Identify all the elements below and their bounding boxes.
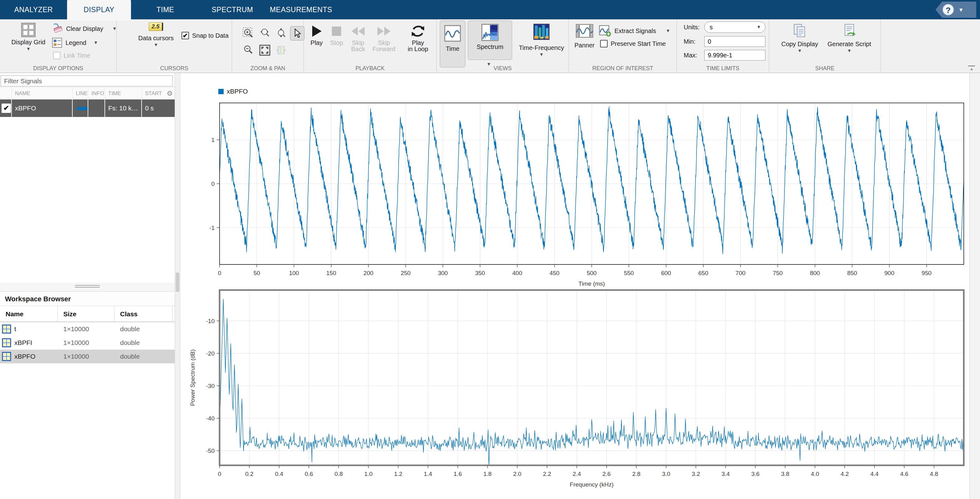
display-scrollbar[interactable]: [969, 73, 980, 499]
filter-signals-input[interactable]: [1, 75, 173, 86]
data-cursors-button[interactable]: 2.5 Data cursors ▾: [137, 22, 175, 47]
zoom-y-tool[interactable]: [274, 26, 288, 41]
section-label: VIEWS: [437, 65, 569, 72]
svg-text:-20: -20: [206, 350, 215, 357]
panner-button[interactable]: Panner: [573, 23, 597, 49]
section-label: ZOOM & PAN: [232, 65, 304, 72]
svg-text:-50: -50: [206, 448, 215, 454]
splitter-grip-icon: [75, 287, 100, 288]
legend-icon: [52, 37, 62, 48]
zoom-in-tool[interactable]: [242, 26, 256, 41]
scrollbar-thumb[interactable]: [176, 273, 179, 292]
svg-text:0: 0: [218, 470, 221, 477]
checkbox-icon: [600, 40, 608, 48]
display-grid-button[interactable]: Display Grid ▾: [9, 22, 48, 51]
zoom-x-tool[interactable]: [258, 26, 272, 41]
extract-signals-button[interactable]: Extract Signals ▾: [599, 25, 669, 37]
ws-var-class: double: [120, 350, 140, 363]
skip-forward-label: Skip: [378, 39, 390, 46]
time-plot[interactable]: 0501001502002503003504004505005506006507…: [181, 75, 970, 287]
skip-back-button[interactable]: Skip Back: [347, 24, 369, 51]
legend-button[interactable]: Legend ▾: [52, 37, 97, 48]
play-label: Play: [311, 39, 323, 46]
svg-text:2.6: 2.6: [603, 470, 611, 477]
svg-text:-1: -1: [209, 224, 215, 231]
skip-back-label: Skip: [352, 39, 364, 46]
skip-forward-button[interactable]: Skip Forward: [371, 24, 398, 51]
svg-text:700: 700: [735, 270, 745, 277]
checkbox-checked-icon: ✔: [181, 32, 189, 39]
signal-checkbox[interactable]: ✔: [2, 103, 11, 113]
tab-time[interactable]: TIME: [131, 0, 200, 19]
extract-signals-icon: [599, 25, 611, 37]
link-time-checkbox[interactable]: Link Time: [53, 52, 91, 59]
workspace-row-t[interactable]: t 1×10000 double: [0, 322, 175, 336]
panner-label: Panner: [574, 42, 595, 49]
svg-text:850: 850: [847, 270, 857, 277]
pan-tool[interactable]: [274, 43, 288, 57]
zoom-in-icon: [242, 27, 255, 40]
stop-icon: [330, 24, 343, 38]
gear-icon[interactable]: ⚙: [167, 87, 173, 100]
svg-text:0.2: 0.2: [245, 470, 253, 477]
ws-var-name: xBPFI: [14, 336, 32, 350]
copy-display-label: Copy Display: [781, 41, 818, 48]
skip-back-label2: Back: [351, 48, 365, 51]
pointer-tool[interactable]: [290, 26, 304, 41]
generate-script-button[interactable]: Generate Script ▾: [823, 23, 876, 53]
splitter-grip-icon: [75, 285, 100, 286]
ws-column-size: Size: [58, 306, 115, 322]
link-time-label: Link Time: [64, 52, 91, 59]
section-label: TIME LIMITS: [677, 65, 769, 72]
time-frequency-view-button[interactable]: Time-Frequency ▾: [515, 23, 568, 56]
spectrum-view-button[interactable]: Spectrum: [468, 21, 512, 60]
section-views: Time Spectrum ▾: [437, 19, 569, 73]
help-icon: ?: [943, 4, 954, 15]
fit-to-view-tool[interactable]: [258, 43, 272, 57]
signal-start: 0 s: [142, 100, 175, 117]
signal-row[interactable]: ✔ xBPFO Fs: 10 k… 0 s: [0, 100, 175, 117]
section-display-options: Display Grid ▾ Clear Display ▾ Legend ▾ …: [0, 19, 117, 73]
tab-measurements[interactable]: MEASUREMENTS: [265, 0, 337, 19]
section-cursors: 2.5 Data cursors ▾ ✔ Snap to Data CURSOR…: [117, 19, 232, 73]
ws-var-class: double: [120, 322, 140, 336]
min-input[interactable]: [704, 36, 765, 47]
zoom-out-tool[interactable]: [242, 43, 256, 57]
svg-text:3.8: 3.8: [781, 470, 789, 477]
svg-text:550: 550: [624, 270, 634, 277]
chevron-down-icon: ▾: [959, 6, 963, 13]
stop-button[interactable]: Stop: [328, 24, 345, 46]
checkbox-column-header: [0, 87, 12, 100]
workspace-row-xbpfi[interactable]: xBPFI 1×10000 double: [0, 336, 175, 350]
spectrum-plot[interactable]: 00.20.40.60.81.01.21.41.61.82.02.22.42.6…: [181, 287, 970, 499]
skip-back-icon: [350, 24, 366, 38]
tab-display[interactable]: DISPLAY: [67, 0, 131, 21]
play-in-loop-button[interactable]: Play in Loop: [403, 24, 433, 51]
chevron-down-icon: ▾: [540, 53, 543, 56]
tab-analyzer[interactable]: ANALYZER: [0, 0, 67, 19]
preserve-start-time-checkbox[interactable]: Preserve Start Time: [600, 40, 666, 48]
max-input[interactable]: [704, 50, 765, 60]
column-header-name: NAME: [12, 87, 73, 100]
svg-text:4.8: 4.8: [930, 470, 938, 477]
time-view-button[interactable]: Time: [440, 21, 465, 67]
snap-to-data-label: Snap to Data: [192, 32, 229, 39]
tab-spectrum[interactable]: SPECTRUM: [200, 0, 265, 19]
left-panel-scrollbar[interactable]: [175, 73, 180, 499]
ws-var-size: 1×10000: [63, 350, 89, 363]
collapse-ribbon-button[interactable]: ▲: [967, 65, 976, 72]
units-select[interactable]: s ▾: [704, 22, 765, 33]
help-button[interactable]: ? ▾: [929, 2, 976, 18]
play-button[interactable]: Play: [307, 24, 326, 46]
snap-to-data-checkbox[interactable]: ✔ Snap to Data: [181, 32, 229, 39]
svg-text:750: 750: [773, 270, 783, 277]
svg-text:Time (ms): Time (ms): [579, 280, 605, 287]
workspace-row-xbpfo[interactable]: xBPFO 1×10000 double: [0, 350, 175, 363]
panel-splitter[interactable]: [0, 283, 175, 291]
time-view-icon: [444, 25, 461, 42]
svg-text:1.4: 1.4: [424, 470, 432, 477]
copy-display-button[interactable]: Copy Display ▾: [780, 23, 819, 53]
svg-text:1.2: 1.2: [394, 470, 402, 477]
clear-display-button[interactable]: Clear Display ▾: [52, 23, 116, 34]
svg-text:1: 1: [211, 137, 215, 143]
